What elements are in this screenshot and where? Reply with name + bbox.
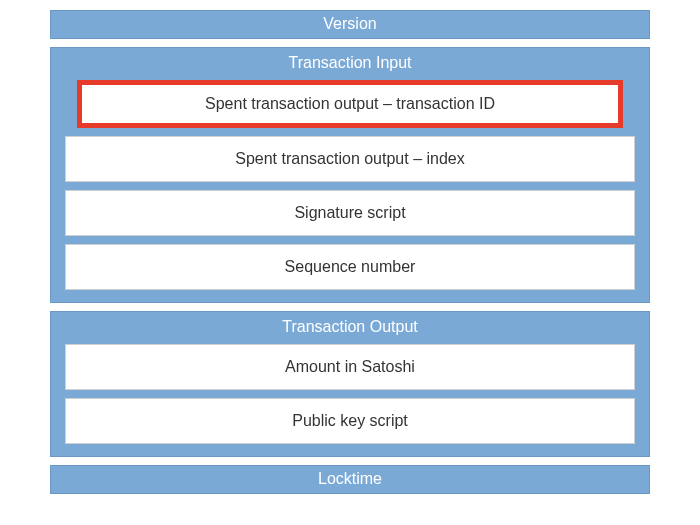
- transaction-input-block: Transaction Input Spent transaction outp…: [50, 47, 650, 303]
- field-sequence-number: Sequence number: [65, 244, 635, 290]
- locktime-block: Locktime: [50, 465, 650, 494]
- field-spent-output-txid: Spent transaction output – transaction I…: [82, 85, 618, 123]
- field-public-key-script: Public key script: [65, 398, 635, 444]
- transaction-structure-diagram: Version Transaction Input Spent transact…: [50, 10, 650, 494]
- field-amount-satoshi: Amount in Satoshi: [65, 344, 635, 390]
- input-fields: Spent transaction output – transaction I…: [51, 80, 649, 302]
- field-signature-script: Signature script: [65, 190, 635, 236]
- version-block: Version: [50, 10, 650, 39]
- output-fields: Amount in Satoshi Public key script: [51, 344, 649, 456]
- transaction-input-title: Transaction Input: [51, 48, 649, 80]
- highlighted-field-frame: Spent transaction output – transaction I…: [77, 80, 623, 128]
- transaction-output-block: Transaction Output Amount in Satoshi Pub…: [50, 311, 650, 457]
- field-spent-output-index: Spent transaction output – index: [65, 136, 635, 182]
- locktime-label: Locktime: [51, 466, 649, 493]
- version-label: Version: [51, 11, 649, 38]
- transaction-output-title: Transaction Output: [51, 312, 649, 344]
